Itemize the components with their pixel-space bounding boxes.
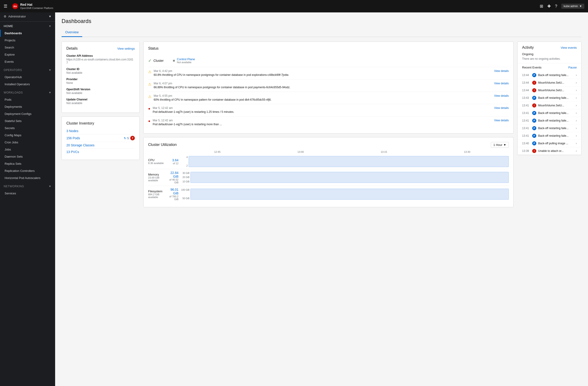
event-item: 13:39 ! Unable to attach or... ›	[518, 147, 581, 155]
chevron-right-icon: ›	[576, 127, 577, 130]
nodes-link[interactable]: 3 Nodes	[66, 129, 78, 133]
update-channel-value: Not available	[66, 102, 135, 105]
alert-view-details[interactable]: View details	[494, 106, 509, 109]
sidebar-item-replica-sets[interactable]: Replica Sets	[0, 160, 55, 167]
provider-value: None	[66, 81, 135, 85]
openshift-version-label: OpenShift Version	[66, 88, 135, 91]
sidebar-item-pods[interactable]: Pods	[0, 96, 55, 103]
chevron-down-icon: ▼	[49, 91, 51, 94]
tab-overview[interactable]: Overview	[62, 28, 82, 37]
openshift-version-value: Not available	[66, 91, 135, 95]
event-item: 13:41 P Back-off restarting faile... ›	[518, 132, 581, 140]
chevron-right-icon: ›	[576, 134, 577, 137]
cluster-status-item: ✓ Cluster	[148, 58, 164, 63]
event-item: 13:44 ! MountVolume.SetU... ›	[518, 87, 581, 94]
events-container: 13:44 P Back-off restarting faile... › 1…	[518, 71, 581, 155]
inventory-title: Cluster Inventory	[66, 121, 94, 126]
alert-view-details[interactable]: View details	[494, 69, 509, 73]
chevron-right-icon: ›	[576, 119, 577, 122]
event-item: 13:43 P Back-off restarting faile... ›	[518, 94, 581, 102]
inventory-pods: 156 Pods ↻ 5 7	[66, 134, 135, 142]
pause-button[interactable]: Pause	[568, 66, 577, 69]
inventory-card: Cluster Inventory 3 Nodes 156 Pods ↻ 5 7…	[62, 116, 140, 160]
sidebar-item-events[interactable]: Events	[0, 58, 55, 65]
memory-usage-of: of 46.52 GiB	[167, 178, 178, 184]
alert-body: Mar 5, 12:42 am Pod default/user-1-xqj7h…	[153, 119, 492, 126]
alert-body: Mar 6, 4:42 pm 60.8% throttling of CPU i…	[154, 69, 492, 77]
time-select[interactable]: 1 Hour ▼	[491, 142, 509, 148]
control-plane-link[interactable]: Control Plane	[177, 57, 195, 61]
alert-item: ⚠ Mar 6, 4:42 pm 60.8% throttling of CPU…	[148, 67, 509, 80]
plus-icon[interactable]: ✚	[547, 4, 551, 9]
cpu-chart	[189, 156, 509, 167]
event-time: 13:44	[522, 89, 530, 92]
view-settings-link[interactable]: View settings	[117, 47, 135, 50]
hamburger-menu[interactable]: ☰	[4, 4, 7, 9]
sidebar-item-hpa[interactable]: Horizontal Pod Autoscalers	[0, 174, 55, 182]
alert-icon: ⚠	[148, 82, 151, 86]
event-time: 13:41	[522, 134, 530, 137]
sidebar-item-stateful-sets[interactable]: Stateful Sets	[0, 117, 55, 125]
event-time: 13:39	[522, 149, 530, 152]
time-axis: 12:4513:0013:1513:30	[176, 150, 509, 153]
event-msg: MountVolume.SetU...	[538, 104, 574, 107]
check-icon: ✓	[148, 58, 152, 63]
sidebar-item-services[interactable]: Services	[0, 190, 55, 197]
event-msg: Back-off restarting faile...	[538, 96, 574, 100]
sidebar-item-deployment-configs[interactable]: Deployment Configs	[0, 110, 55, 117]
sidebar-item-projects[interactable]: Projects	[0, 37, 55, 44]
alert-view-details[interactable]: View details	[494, 94, 509, 97]
sidebar-item-cron-jobs[interactable]: Cron Jobs	[0, 139, 55, 146]
pods-badges: ↻ 5 7	[124, 136, 135, 140]
alert-time: Mar 6, 4:07 pm	[154, 82, 492, 85]
time-select-label: 1 Hour	[493, 143, 502, 147]
sidebar-item-config-maps[interactable]: Config Maps	[0, 132, 55, 139]
pods-link[interactable]: 156 Pods	[66, 136, 80, 140]
memory-name: Memory	[148, 173, 167, 176]
inventory-storage: 20 Storage Classes	[66, 142, 135, 149]
sidebar-item-secrets[interactable]: Secrets	[0, 125, 55, 132]
view-events-link[interactable]: View events	[561, 46, 577, 49]
alert-view-details[interactable]: View details	[494, 119, 509, 122]
cog-icon: ⚙	[4, 15, 6, 18]
sidebar-item-explore[interactable]: Explore	[0, 51, 55, 58]
event-type-badge: !	[532, 103, 536, 107]
sidebar-item-operatorhub[interactable]: OperatorHub	[0, 74, 55, 81]
sidebar-item-installed-operators[interactable]: Installed Operators	[0, 81, 55, 88]
brand-sub: OpenShift Container Platform	[20, 7, 53, 10]
alert-body: Mar 5, 4:55 pm 60% throttling of CPU in …	[154, 94, 492, 102]
chevron-down-icon: ▼	[503, 143, 506, 147]
pvcs-link[interactable]: 13 PVCs	[66, 150, 79, 154]
sidebar-item-daemon-sets[interactable]: Daemon Sets	[0, 153, 55, 160]
operators-group[interactable]: Operators ▼	[0, 67, 55, 74]
chevron-right-icon: ›	[576, 111, 577, 115]
cluster-id-item: Cluster ID Not available	[66, 67, 135, 74]
help-icon[interactable]: ?	[555, 4, 557, 9]
alert-msg: 60% throttling of CPU in namespace patte…	[154, 98, 492, 102]
sidebar-item-dashboards[interactable]: Dashboards	[0, 30, 55, 37]
chevron-down-icon: ▼	[49, 68, 51, 72]
user-menu[interactable]: kube:admin ▼	[561, 4, 584, 9]
grid-icon[interactable]: ⊞	[540, 4, 543, 9]
event-msg: Unable to attach or...	[538, 149, 574, 152]
alert-view-details[interactable]: View details	[494, 82, 509, 85]
storage-link[interactable]: 20 Storage Classes	[66, 143, 94, 147]
chevron-right-icon: ›	[576, 149, 577, 152]
provider-item: Provider None	[66, 78, 135, 85]
chevron-right-icon: ›	[576, 96, 577, 100]
sidebar-item-search[interactable]: Search	[0, 44, 55, 51]
sidebar-item-jobs[interactable]: Jobs	[0, 146, 55, 153]
sidebar-item-replication-controllers[interactable]: Replication Controllers	[0, 167, 55, 174]
cluster-api-address-value: https://c100-e.us-south.containers.cloud…	[66, 58, 135, 64]
workloads-group[interactable]: Workloads ▼	[0, 89, 55, 96]
home-group[interactable]: Home ▼	[0, 22, 55, 30]
status-card: Status ✓ Cluster ■ Control Plane Not av	[143, 42, 514, 133]
chevron-down-icon: ▼	[49, 24, 51, 28]
cpu-available: 8.36 available	[148, 162, 167, 165]
admin-selector[interactable]: ⚙ Administrator ▼	[0, 12, 55, 21]
networking-group[interactable]: Networking ▼	[0, 183, 55, 190]
sidebar-item-deployments[interactable]: Deployments	[0, 103, 55, 110]
details-title: Details	[66, 46, 78, 51]
alert-msg: Pod default/user-1-xqj7h (user) is resta…	[153, 123, 492, 126]
chevron-down-icon: ▼	[579, 5, 582, 8]
